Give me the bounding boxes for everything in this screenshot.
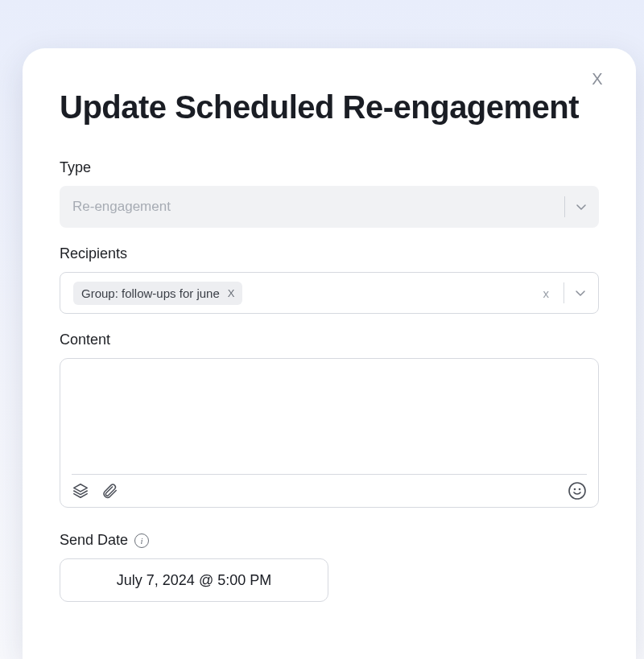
recipients-select[interactable]: Group: follow-ups for june X x [60, 272, 599, 314]
type-select: Re-engagement [60, 186, 599, 228]
update-scheduled-modal: X Update Scheduled Re-engagement Type Re… [23, 48, 636, 659]
attachment-icon[interactable] [101, 482, 118, 500]
type-value: Re-engagement [72, 199, 555, 215]
divider [72, 474, 587, 475]
clear-recipients-button[interactable]: x [539, 286, 555, 300]
close-icon: X [592, 70, 602, 89]
svg-point-1 [569, 483, 585, 499]
send-date-value: July 7, 2024 @ 5:00 PM [117, 572, 271, 589]
info-icon[interactable]: i [134, 533, 149, 548]
svg-marker-0 [74, 484, 88, 492]
recipient-tag-label: Group: follow-ups for june [81, 286, 220, 300]
emoji-icon[interactable] [568, 481, 587, 500]
content-label: Content [60, 332, 599, 348]
content-editor [60, 358, 599, 508]
chevron-down-icon [575, 200, 588, 213]
type-label: Type [60, 159, 599, 176]
content-toolbar [72, 481, 587, 500]
send-date-label-row: Send Date i [60, 532, 599, 549]
send-date-section: Send Date i July 7, 2024 @ 5:00 PM [60, 532, 599, 602]
divider [564, 282, 564, 303]
tag-remove-button[interactable]: X [228, 287, 235, 299]
chevron-down-icon[interactable] [574, 286, 587, 299]
layers-icon[interactable] [72, 482, 89, 500]
close-button[interactable]: X [586, 68, 609, 90]
content-textarea[interactable] [72, 369, 587, 474]
recipients-section: Recipients Group: follow-ups for june X … [60, 245, 599, 314]
type-section: Type Re-engagement [60, 159, 599, 228]
recipients-tags: Group: follow-ups for june X [73, 282, 539, 305]
modal-title: Update Scheduled Re-engagement [60, 89, 599, 126]
recipient-tag[interactable]: Group: follow-ups for june X [73, 282, 242, 305]
recipients-label: Recipients [60, 245, 599, 262]
send-date-label: Send Date [60, 532, 128, 549]
svg-point-2 [575, 489, 576, 490]
divider [564, 196, 565, 217]
svg-point-3 [580, 489, 580, 490]
send-date-picker[interactable]: July 7, 2024 @ 5:00 PM [60, 558, 328, 602]
content-section: Content [60, 332, 599, 508]
